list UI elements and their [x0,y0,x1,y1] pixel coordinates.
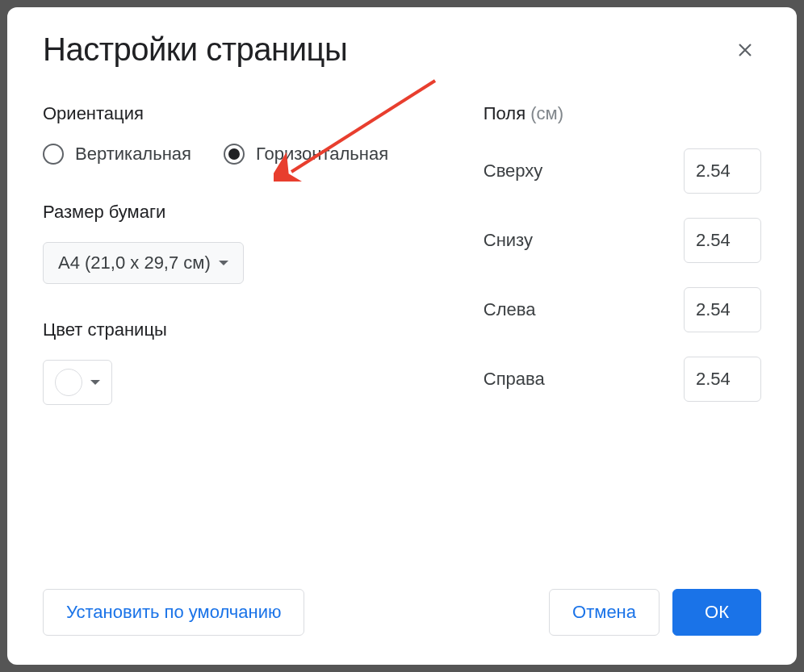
margin-top-row: Сверху [484,148,761,194]
orientation-portrait-label: Вертикальная [75,144,191,165]
page-color-label: Цвет страницы [43,319,419,340]
margins-unit: (см) [530,103,563,123]
margin-bottom-input[interactable] [684,218,761,263]
dialog-header: Настройки страницы [43,31,761,68]
paper-size-selected: A4 (21,0 x 29,7 см) [58,253,211,273]
paper-size-label: Размер бумаги [43,202,419,223]
margins-section: Поля (см) Сверху Снизу Слева Справа [484,103,761,426]
margin-top-label: Сверху [484,161,543,182]
page-setup-dialog: Настройки страницы Ориентация Вертикальн… [7,7,797,665]
dialog-content: Ориентация Вертикальная Горизонтальная Р… [43,103,761,426]
margin-bottom-label: Снизу [484,230,533,251]
paper-size-section: Размер бумаги A4 (21,0 x 29,7 см) [43,202,419,284]
margins-label: Поля (см) [484,103,761,124]
orientation-landscape-radio[interactable]: Горизонтальная [224,144,388,165]
dialog-footer: Установить по умолчанию Отмена ОК [43,589,761,636]
margin-right-row: Справа [484,357,761,402]
footer-right-group: Отмена ОК [549,589,761,636]
orientation-label: Ориентация [43,103,419,124]
ok-button[interactable]: ОК [672,589,761,636]
orientation-radio-group: Вертикальная Горизонтальная [43,144,419,165]
paper-size-dropdown[interactable]: A4 (21,0 x 29,7 см) [43,242,244,284]
margin-top-input[interactable] [684,148,761,194]
radio-icon [224,144,245,165]
margin-left-label: Слева [484,299,536,320]
chevron-down-icon [90,380,100,385]
radio-icon [43,144,64,165]
color-swatch [55,369,82,396]
cancel-button[interactable]: Отмена [549,589,660,636]
orientation-section: Ориентация Вертикальная Горизонтальная [43,103,419,165]
orientation-portrait-radio[interactable]: Вертикальная [43,144,191,165]
margin-right-label: Справа [484,369,545,390]
dialog-title: Настройки страницы [43,31,347,68]
set-default-button[interactable]: Установить по умолчанию [43,589,304,636]
close-icon [735,40,755,60]
margin-right-input[interactable] [684,357,761,402]
left-column: Ориентация Вертикальная Горизонтальная Р… [43,103,419,426]
page-color-section: Цвет страницы [43,319,419,405]
margin-bottom-row: Снизу [484,218,761,263]
orientation-landscape-label: Горизонтальная [256,144,388,165]
chevron-down-icon [219,261,228,265]
margin-left-row: Слева [484,287,761,332]
close-button[interactable] [729,34,761,66]
page-color-dropdown[interactable] [43,360,112,405]
margin-left-input[interactable] [684,287,761,332]
